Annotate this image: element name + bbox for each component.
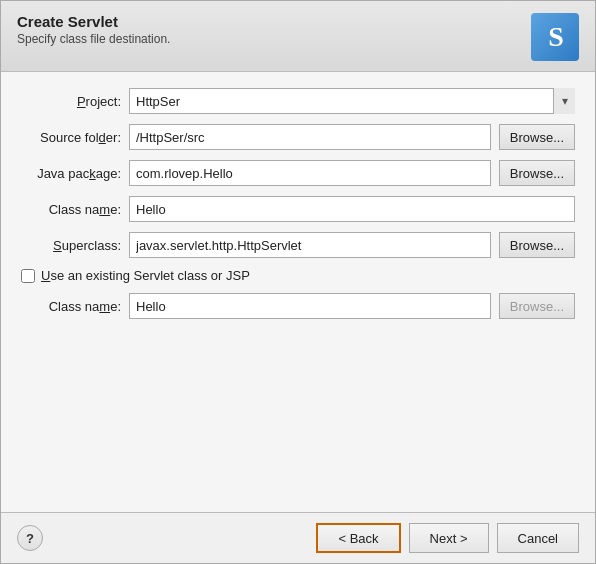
checkbox-row: Use an existing Servlet class or JSP <box>21 268 575 283</box>
superclass-browse-button[interactable]: Browse... <box>499 232 575 258</box>
use-existing-checkbox[interactable] <box>21 269 35 283</box>
java-package-input[interactable] <box>129 160 491 186</box>
create-servlet-dialog: Create Servlet Specify class file destin… <box>0 0 596 564</box>
project-row: Project: HttpSer <box>21 88 575 114</box>
class-name2-input[interactable] <box>129 293 491 319</box>
dialog-body: Project: HttpSer Source folder: Browse..… <box>1 72 595 512</box>
dialog-footer: ? < Back Next > Cancel <box>1 512 595 563</box>
footer-buttons: < Back Next > Cancel <box>316 523 579 553</box>
source-folder-input[interactable] <box>129 124 491 150</box>
java-package-label: Java package: <box>21 166 121 181</box>
class-name-label: Class name: <box>21 202 121 217</box>
help-button[interactable]: ? <box>17 525 43 551</box>
java-package-row: Java package: Browse... <box>21 160 575 186</box>
class-name-row: Class name: <box>21 196 575 222</box>
project-label: Project: <box>21 94 121 109</box>
source-folder-browse-button[interactable]: Browse... <box>499 124 575 150</box>
dialog-subtitle: Specify class file destination. <box>17 32 170 46</box>
next-button[interactable]: Next > <box>409 523 489 553</box>
project-select-wrapper: HttpSer <box>129 88 575 114</box>
source-folder-label: Source folder: <box>21 130 121 145</box>
footer-left: ? <box>17 525 43 551</box>
superclass-label: Superclass: <box>21 238 121 253</box>
body-spacer <box>21 329 575 496</box>
java-package-browse-button[interactable]: Browse... <box>499 160 575 186</box>
class-name2-label: Class name: <box>21 299 121 314</box>
class-name2-browse-button[interactable]: Browse... <box>499 293 575 319</box>
use-existing-label: Use an existing Servlet class or JSP <box>41 268 250 283</box>
class-name-input[interactable] <box>129 196 575 222</box>
source-folder-row: Source folder: Browse... <box>21 124 575 150</box>
dialog-icon: S <box>531 13 579 61</box>
project-select[interactable]: HttpSer <box>129 88 575 114</box>
cancel-button[interactable]: Cancel <box>497 523 579 553</box>
header-text: Create Servlet Specify class file destin… <box>17 13 170 46</box>
superclass-row: Superclass: Browse... <box>21 232 575 258</box>
dialog-header: Create Servlet Specify class file destin… <box>1 1 595 72</box>
back-button[interactable]: < Back <box>316 523 400 553</box>
superclass-input[interactable] <box>129 232 491 258</box>
class-name2-row: Class name: Browse... <box>21 293 575 319</box>
dialog-title: Create Servlet <box>17 13 170 30</box>
